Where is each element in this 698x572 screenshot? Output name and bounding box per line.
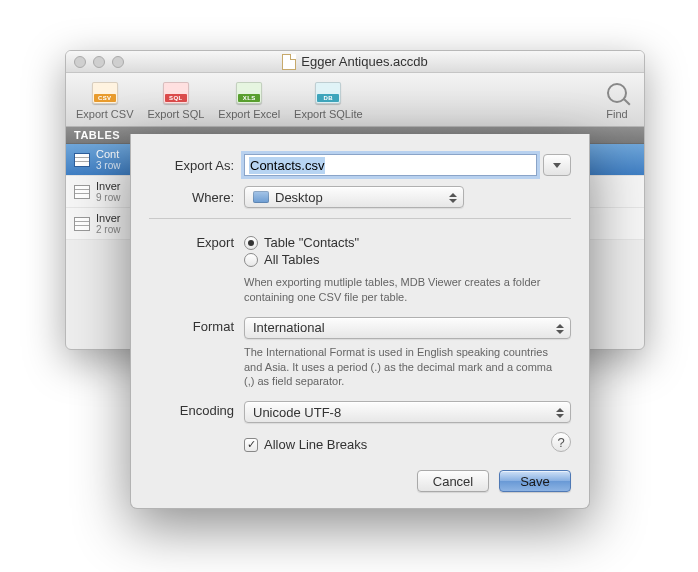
radio-icon [244, 253, 258, 267]
export-csv-button[interactable]: CSV Export CSV [76, 80, 133, 120]
format-label: Format [149, 317, 234, 339]
xls-file-icon: XLS [236, 82, 262, 104]
where-value: Desktop [275, 190, 323, 205]
updown-icon [555, 405, 565, 421]
format-value: International [253, 320, 325, 335]
table-name: Inver [96, 212, 120, 224]
chevron-down-icon [553, 163, 561, 168]
window-title-text: Egger Antiques.accdb [301, 54, 427, 69]
table-rowcount: 3 row [96, 160, 120, 171]
export-all-radio-row[interactable]: All Tables [244, 252, 571, 267]
table-rowcount: 2 row [96, 224, 120, 235]
export-sqlite-label: Export SQLite [294, 108, 362, 120]
export-scope-label: Export [149, 233, 234, 269]
find-label: Find [606, 108, 627, 120]
export-excel-label: Export Excel [218, 108, 280, 120]
dialog-buttons: Cancel Save [149, 470, 571, 492]
document-icon [282, 54, 296, 70]
where-row: Where: Desktop [149, 186, 571, 208]
table-icon [74, 185, 90, 199]
export-sqlite-button[interactable]: DB Export SQLite [294, 80, 362, 120]
cancel-button[interactable]: Cancel [417, 470, 489, 492]
export-as-row: Export As: Contacts.csv [149, 154, 571, 176]
table-name: Cont [96, 148, 120, 160]
export-all-option: All Tables [264, 252, 319, 267]
table-rowcount: 9 row [96, 192, 120, 203]
toolbar: CSV Export CSV SQL Export SQL XLS Export… [66, 73, 644, 127]
radio-icon [244, 236, 258, 250]
allow-linebreaks-label: Allow Line Breaks [264, 437, 367, 452]
export-as-input[interactable]: Contacts.csv [244, 154, 537, 176]
window-title: Egger Antiques.accdb [66, 54, 644, 70]
allow-linebreaks-checkbox-row[interactable]: Allow Line Breaks [244, 437, 571, 452]
encoding-select[interactable]: Unicode UTF-8 [244, 401, 571, 423]
export-excel-button[interactable]: XLS Export Excel [218, 80, 280, 120]
export-as-label: Export As: [149, 158, 234, 173]
export-dialog: Export As: Contacts.csv Where: Desktop E… [130, 134, 590, 509]
table-icon [74, 153, 90, 167]
find-button[interactable]: Find [600, 80, 634, 120]
format-section: Format International [149, 317, 571, 339]
cancel-label: Cancel [433, 474, 473, 489]
csv-file-icon: CSV [92, 82, 118, 104]
titlebar: Egger Antiques.accdb [66, 51, 644, 73]
export-table-option: Table "Contacts" [264, 235, 359, 250]
table-icon [74, 217, 90, 231]
format-select[interactable]: International [244, 317, 571, 339]
save-label: Save [520, 474, 550, 489]
linebreaks-section: Allow Line Breaks [149, 435, 571, 454]
encoding-label: Encoding [149, 401, 234, 423]
where-label: Where: [149, 190, 234, 205]
folder-icon [253, 191, 269, 203]
db-file-icon: DB [315, 82, 341, 104]
export-csv-label: Export CSV [76, 108, 133, 120]
export-as-value: Contacts.csv [249, 157, 325, 174]
where-select[interactable]: Desktop [244, 186, 464, 208]
updown-icon [555, 321, 565, 337]
encoding-value: Unicode UTF-8 [253, 405, 341, 420]
separator [149, 218, 571, 219]
format-hint: The International Format is used in Engl… [244, 345, 554, 390]
export-table-radio-row[interactable]: Table "Contacts" [244, 235, 571, 250]
export-scope-section: Export Table "Contacts" All Tables [149, 233, 571, 269]
export-sql-label: Export SQL [147, 108, 204, 120]
help-icon: ? [557, 435, 564, 450]
updown-icon [448, 190, 458, 206]
table-name: Inver [96, 180, 120, 192]
save-button[interactable]: Save [499, 470, 571, 492]
encoding-section: Encoding Unicode UTF-8 [149, 401, 571, 423]
sql-file-icon: SQL [163, 82, 189, 104]
export-sql-button[interactable]: SQL Export SQL [147, 80, 204, 120]
expand-save-panel-button[interactable] [543, 154, 571, 176]
checkbox-icon [244, 438, 258, 452]
search-icon [607, 83, 627, 103]
export-scope-hint: When exporting mutliple tables, MDB View… [244, 275, 554, 305]
